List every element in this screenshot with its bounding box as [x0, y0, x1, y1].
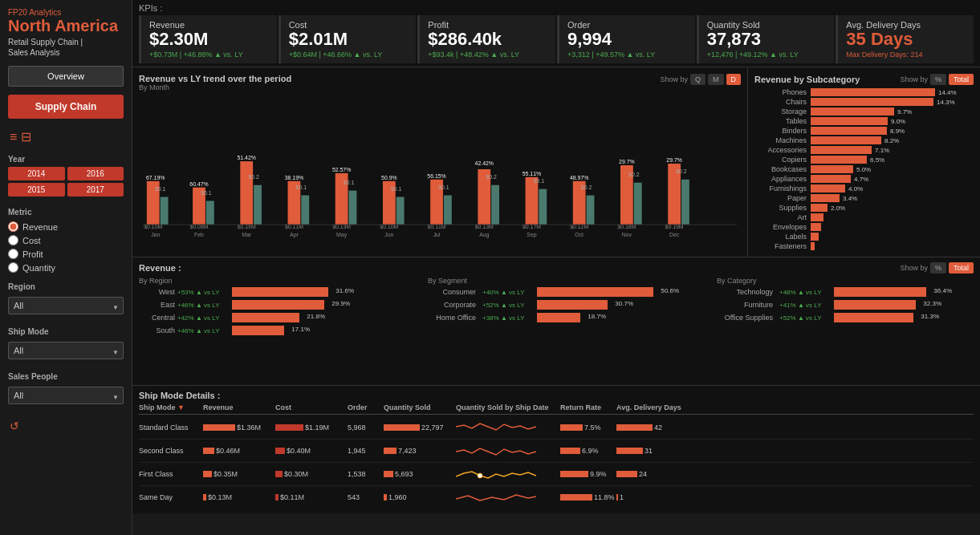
kpi-order-value: 9,994 — [567, 30, 687, 49]
svg-rect-43 — [491, 185, 499, 225]
return-sameday: 11.8% — [560, 493, 616, 501]
ship-mode-second: Second Class — [139, 447, 203, 455]
by-segment-title: By Segment — [428, 277, 685, 285]
year-2015[interactable]: 2015 — [8, 183, 65, 197]
svg-text:55.11%: 55.11% — [523, 171, 541, 176]
svg-text:Apr: Apr — [290, 232, 299, 238]
show-by-d[interactable]: D — [726, 74, 742, 85]
svg-rect-48 — [526, 177, 539, 225]
list-item: Supplies 2.0% — [754, 204, 974, 212]
metric-cost[interactable]: Cost — [8, 233, 124, 247]
cost-second: $0.40M — [275, 447, 348, 455]
show-by-m[interactable]: M — [708, 74, 724, 85]
list-item: Technology +48% ▲ vs LY 36.4% — [717, 287, 974, 297]
list-item: Central +42% ▲ vs LY 21.8% — [139, 313, 396, 322]
sales-people-label: Sales People — [8, 372, 124, 381]
by-segment-section: By Segment Consumer +40% ▲ vs LY 50.6% C… — [428, 277, 685, 381]
svg-point-73 — [478, 473, 482, 478]
qty-ship-first — [456, 465, 560, 483]
sales-people-select-wrapper: All — [8, 384, 124, 409]
svg-text:Oct: Oct — [575, 232, 584, 237]
ship-mode-section: Ship Mode Details : Ship Mode ▼ Revenue … — [132, 386, 980, 513]
svg-text:48.97%: 48.97% — [570, 175, 588, 180]
sales-people-select[interactable]: All — [8, 387, 124, 404]
delivery-second: 31 — [616, 447, 689, 455]
subcategory-pct-btn[interactable]: % — [930, 74, 946, 85]
svg-text:56.15%: 56.15% — [427, 173, 445, 179]
kpi-revenue-value: $2.30M — [149, 30, 269, 49]
col-cost-header: Cost — [275, 403, 348, 411]
by-region-title: By Region — [139, 277, 396, 285]
kpi-label: KPIs : — [139, 3, 974, 13]
revenue-trend-panel: Revenue vs LY trend over the period By M… — [132, 67, 747, 257]
svg-text:50.9%: 50.9% — [381, 175, 397, 180]
revenue-columns: By Region West +53% ▲ vs LY 31.6% East +… — [139, 277, 974, 381]
year-2016[interactable]: 2016 — [67, 167, 124, 180]
svg-text:$0.2: $0.2 — [486, 174, 497, 180]
filters-icon: ≡ ⊟ — [0, 123, 132, 151]
order-second: 1,945 — [348, 447, 384, 455]
main-content: KPIs : Revenue $2.30M +$0.73M | +46.88% … — [132, 0, 980, 535]
qty-first: 5,693 — [384, 470, 456, 478]
svg-rect-7 — [206, 201, 214, 225]
overview-button[interactable]: Overview — [8, 66, 124, 87]
revenue-total-btn[interactable]: Total — [949, 262, 974, 274]
metric-quantity[interactable]: Quantity — [8, 261, 124, 274]
region-filter: Region All — [0, 278, 132, 323]
col-ship-mode-header: Ship Mode ▼ — [139, 403, 203, 411]
svg-text:42.42%: 42.42% — [475, 160, 494, 166]
revenue-first: $0.35M — [203, 470, 275, 478]
qty-standard: 22,797 — [384, 424, 456, 432]
subcategory-total-btn[interactable]: Total — [949, 74, 974, 85]
list-item: Consumer +40% ▲ vs LY 50.6% — [428, 287, 685, 297]
by-category-title: By Category — [717, 277, 974, 285]
region-select[interactable]: All — [8, 297, 124, 314]
list-item: Binders 8.9% — [754, 127, 974, 135]
list-item: Phones 14.4% — [754, 88, 974, 96]
list-item: Office Supplies +52% ▲ vs LY 31.3% — [717, 313, 974, 322]
revenue-pct-btn[interactable]: % — [930, 262, 946, 274]
metric-revenue[interactable]: Revenue — [8, 220, 124, 233]
col-delivery-header: Avg. Delivery Days — [616, 403, 689, 411]
metric-profit[interactable]: Profit — [8, 247, 124, 261]
show-by-q[interactable]: Q — [690, 74, 706, 85]
svg-text:67.19%: 67.19% — [146, 175, 165, 180]
year-2014[interactable]: 2014 — [8, 167, 65, 180]
ship-mode-select-wrapper: All — [8, 339, 124, 364]
table-row: Same Day $0.13M $0.11M 543 1,960 1 — [139, 486, 974, 509]
kpi-bar: KPIs : Revenue $2.30M +$0.73M | +46.88% … — [132, 0, 980, 67]
ship-mode-label: Ship Mode — [8, 327, 124, 336]
qty-ship-standard — [456, 419, 560, 436]
subcategory-title: Revenue by Subcategory — [754, 75, 860, 84]
brand-sub: Retail Supply Chain |Sales Analysis — [8, 37, 124, 58]
table-row: Standard Class $1.36M $1.19M 5,968 22,79… — [139, 416, 974, 440]
list-item: Corporate +52% ▲ vs LY 30.7% — [428, 300, 685, 310]
kpi-cost: Cost $2.01M +$0.64M | +46.66% ▲ vs. LY — [279, 15, 417, 63]
svg-rect-12 — [240, 161, 253, 225]
year-2017[interactable]: 2017 — [67, 183, 124, 197]
subcategory-bars: Phones 14.4% Chairs 14.3% Storage — [754, 88, 974, 250]
qty-sameday: 1,960 — [384, 493, 456, 501]
qty-second: 7,423 — [384, 447, 456, 455]
kpi-quantity-value: 37,873 — [707, 30, 827, 49]
list-item: Labels — [754, 233, 974, 241]
kpi-order: Order 9,994 +3,312 | +49.57% ▲ vs. LY — [557, 15, 695, 63]
delivery-standard: 42 — [616, 424, 689, 432]
svg-text:Sep: Sep — [527, 232, 536, 238]
list-item: Storage 9.7% — [754, 107, 974, 116]
svg-text:Nov: Nov — [622, 232, 632, 237]
list-item: Fasteners — [754, 242, 974, 250]
refresh-icon[interactable]: ↺ — [0, 413, 132, 439]
svg-text:Jun: Jun — [384, 232, 393, 237]
col-qty-ship-header: Quantity Sold by Ship Date — [456, 403, 560, 411]
ship-mode-select[interactable]: All — [8, 342, 124, 359]
kpi-delivery-delta: Max Delivery Days: 214 — [846, 51, 966, 59]
list-item: Furniture +41% ▲ vs LY 32.3% — [717, 300, 974, 310]
kpi-profit-delta: +$93.4k | +48.42% ▲ vs. LY — [428, 51, 547, 59]
list-item: West +53% ▲ vs LY 31.6% — [139, 287, 396, 297]
svg-text:Jul: Jul — [433, 232, 441, 237]
kpi-profit: Profit $286.40k +$93.4k | +48.42% ▲ vs. … — [417, 15, 555, 63]
svg-text:$0.1: $0.1 — [155, 186, 166, 192]
list-item: Envelopes — [754, 223, 974, 231]
supply-chain-button[interactable]: Supply Chain — [8, 95, 124, 119]
